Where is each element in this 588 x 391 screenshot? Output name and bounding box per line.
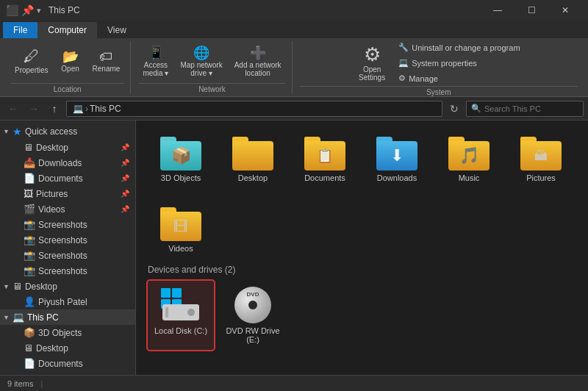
media-icon: 📱 (148, 46, 164, 60)
file-item-downloads[interactable]: ⬇ Downloads (364, 129, 430, 188)
path-icon: 💻 (73, 104, 84, 114)
devices-grid: Local Disk (C:) DVD DVD RW Drive (E:) (148, 281, 576, 350)
rename-button[interactable]: 🏷 Rename (88, 48, 125, 75)
sidebar-item-screenshots-1[interactable]: 📸 Screenshots (0, 217, 135, 232)
open-icon: 📂 (62, 50, 79, 63)
desktop-section-label: Desktop (25, 281, 57, 292)
path-text: This PC (90, 104, 121, 114)
file-item-videos[interactable]: 🎞 Videos (148, 200, 214, 259)
manage-button[interactable]: ⚙ Manage (395, 72, 523, 85)
refresh-button[interactable]: ↻ (445, 100, 463, 118)
rename-icon: 🏷 (99, 50, 112, 63)
folder-icon-downloads: ⬇ (376, 135, 417, 171)
search-box[interactable]: 🔍 Search This PC (466, 101, 584, 117)
system-props-button[interactable]: 💻 System properties (395, 57, 523, 69)
file-item-local-disk[interactable]: Local Disk (C:) (148, 281, 214, 350)
music-folder-label: Music (459, 173, 480, 182)
sidebar-item-documents-pc[interactable]: 📄 Documents (0, 356, 135, 371)
sidebar-item-3d-objects[interactable]: 📦 3D Objects (0, 325, 135, 340)
file-item-documents[interactable]: 📋 Documents (292, 129, 358, 188)
system-links: 🔧 Uninstall or change a program 💻 System… (395, 41, 523, 85)
local-disk-label: Local Disk (C:) (154, 326, 207, 335)
sidebar-item-desktop-pc[interactable]: 🖥 Desktop (0, 340, 135, 356)
this-pc-chevron-icon: ▼ (3, 314, 10, 321)
desktop-section-icon: 🖥 (12, 281, 22, 292)
open-button[interactable]: 📂 Open (56, 48, 85, 75)
up-button[interactable]: ↑ (46, 100, 63, 118)
content-area: 📦 3D Objects Desktop 📋 (136, 121, 588, 375)
file-item-desktop[interactable]: Desktop (220, 129, 286, 188)
manage-icon: ⚙ (398, 73, 406, 83)
desktop-pc-icon: 🖥 (24, 342, 33, 354)
back-button[interactable]: ← (4, 100, 22, 118)
music-note-icon: 🎵 (459, 146, 479, 165)
maximize-button[interactable]: ☐ (514, 0, 548, 21)
pin-icon-documents: 📌 (121, 174, 129, 182)
tab-view[interactable]: View (97, 22, 137, 38)
sidebar-item-screenshots-2[interactable]: 📸 Screenshots (0, 232, 135, 248)
sidebar: ▼ ★ Quick access 🖥 Desktop 📌 📥 Downloads… (0, 121, 136, 375)
forward-button[interactable]: → (25, 100, 43, 118)
network-label: Network (138, 83, 285, 93)
sidebar-header-quick-access[interactable]: ▼ ★ Quick access (0, 123, 135, 140)
file-item-dvd-drive[interactable]: DVD DVD RW Drive (E:) (220, 281, 286, 350)
arrow-icon: ▾ (37, 6, 41, 15)
sidebar-item-videos[interactable]: 🎬 Videos 📌 (0, 201, 135, 217)
sidebar-item-desktop[interactable]: 🖥 Desktop 📌 (0, 140, 135, 155)
chevron-down-icon: ▼ (3, 128, 10, 135)
uninstall-button[interactable]: 🔧 Uninstall or change a program (395, 41, 523, 54)
properties-icon: 🖊 (24, 49, 40, 65)
folder-icon-documents: 📋 (304, 135, 345, 171)
system-props-icon: 💻 (398, 58, 409, 68)
tab-computer[interactable]: Computer (37, 22, 97, 38)
documents-pc-icon: 📄 (24, 358, 35, 369)
sidebar-item-downloads[interactable]: 📥 Downloads 📌 (0, 155, 135, 171)
sidebar-item-pictures[interactable]: 🖼 Pictures 📌 (0, 186, 135, 201)
sidebar-item-documents[interactable]: 📄 Documents 📌 (0, 171, 135, 186)
sidebar-item-piyush[interactable]: 👤 Piyush Patel (0, 294, 135, 309)
screenshots-1-icon: 📸 (24, 219, 35, 230)
pin-icon-pictures: 📌 (121, 190, 129, 198)
screenshots-2-icon: 📸 (24, 234, 35, 245)
access-media-button[interactable]: 📱 Accessmedia ▾ (138, 44, 173, 79)
map-drive-button[interactable]: 🌐 Map networkdrive ▾ (176, 44, 226, 79)
ribbon-toolbar: 🖊 Properties 📂 Open 🏷 Rename Location 📱 … (0, 38, 588, 97)
close-button[interactable]: ✕ (548, 0, 582, 21)
sidebar-header-this-pc[interactable]: ▼ 💻 This PC (0, 309, 135, 325)
file-item-music[interactable]: 🎵 Music (436, 129, 502, 188)
devices-section-label: Devices and drives (2) (148, 265, 576, 275)
folder-icon-music: 🎵 (448, 135, 490, 171)
title-bar-icons: ⬛ 📌 ▾ (6, 4, 41, 16)
quick-access-icon: ★ (12, 126, 22, 137)
window-controls: — ☐ ✕ (481, 0, 582, 21)
tab-file[interactable]: File (3, 22, 37, 38)
pictures-folder-label: Pictures (526, 173, 556, 182)
ribbon-tabs: File Computer View (0, 21, 588, 38)
system-label: System (300, 86, 578, 96)
file-item-3d-objects[interactable]: 📦 3D Objects (148, 129, 214, 188)
sidebar-item-screenshots-4[interactable]: 📸 Screenshots (0, 263, 135, 279)
uninstall-icon: 🔧 (398, 43, 409, 52)
local-disk-icon (159, 287, 202, 323)
folders-grid: 📦 3D Objects Desktop 📋 (148, 129, 576, 188)
piyush-icon: 👤 (24, 296, 35, 307)
file-item-pictures[interactable]: 🏔 Pictures (508, 129, 574, 188)
add-location-button[interactable]: ➕ Add a networklocation (230, 44, 286, 79)
status-divider: | (40, 379, 43, 388)
sidebar-item-screenshots-3[interactable]: 📸 Screenshots (0, 248, 135, 263)
hdd-body (162, 304, 199, 323)
properties-button[interactable]: 🖊 Properties (10, 46, 53, 76)
win-q2 (172, 288, 182, 298)
3d-objects-icon: 📦 (24, 327, 35, 338)
open-settings-button[interactable]: ⚙ OpenSettings (354, 43, 390, 84)
disc-hole (248, 301, 257, 309)
documents-icon: 📄 (24, 173, 35, 184)
minimize-button[interactable]: — (481, 0, 514, 21)
dl-arrow-icon: ⬇ (390, 146, 404, 165)
address-path[interactable]: 💻 › This PC (66, 101, 442, 117)
picture-inner-icon: 🏔 (534, 148, 548, 164)
doc-inner-icon: 📋 (317, 148, 333, 164)
sidebar-header-desktop[interactable]: ▼ 🖥 Desktop (0, 279, 135, 294)
this-pc-label: This PC (27, 312, 59, 323)
pin-icon: 📌 (21, 4, 34, 16)
